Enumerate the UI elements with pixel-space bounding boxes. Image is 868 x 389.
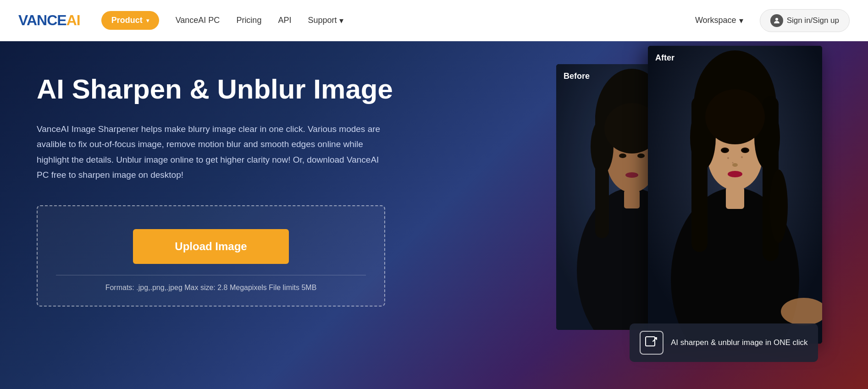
sign-in-label: Sign in/Sign up — [787, 16, 839, 25]
svg-point-24 — [705, 89, 765, 144]
vanceai-pc-link[interactable]: VanceAI PC — [176, 16, 220, 25]
upload-formats-text: Formats: .jpg,.png,.jpeg Max size: 2.8 M… — [105, 284, 317, 292]
logo-ai: AI — [66, 12, 80, 29]
user-icon — [770, 14, 783, 27]
after-image-placeholder — [648, 46, 822, 344]
navbar: VANCE AI Product ▾ VanceAI PC Pricing AP… — [0, 0, 868, 41]
hero-description: VanceAI Image Sharpener helps make blurr… — [37, 121, 385, 182]
svg-point-30 — [728, 171, 742, 177]
ai-badge: AI sharpen & unblur image in ONE click — [630, 323, 818, 362]
svg-point-27 — [723, 148, 727, 152]
pricing-link[interactable]: Pricing — [236, 16, 261, 25]
support-link[interactable]: Support ▾ — [308, 16, 343, 26]
product-label: Product — [111, 16, 143, 25]
api-link[interactable]: API — [278, 16, 291, 25]
hero-left: AI Sharpen & Unblur Image VanceAI Image … — [37, 69, 413, 307]
svg-rect-34 — [726, 187, 744, 209]
svg-point-20 — [769, 170, 788, 243]
svg-point-28 — [743, 148, 747, 152]
after-image-card: After — [648, 46, 822, 344]
ai-badge-text: AI sharpen & unblur image in ONE click — [671, 338, 808, 348]
chevron-down-icon: ▾ — [339, 16, 343, 26]
logo: VANCE AI — [18, 12, 80, 29]
upload-image-button[interactable]: Upload Image — [133, 229, 289, 264]
before-label: Before — [564, 71, 590, 81]
hero-title: AI Sharpen & Unblur Image — [37, 73, 413, 105]
upload-divider — [56, 275, 366, 275]
upload-zone: Upload Image Formats: .jpg,.png,.jpeg Ma… — [37, 205, 385, 307]
after-label: After — [655, 53, 674, 63]
hero-right: Before — [547, 41, 868, 389]
workspace-link[interactable]: Workspace ▾ — [695, 16, 743, 26]
ai-sharpen-icon — [640, 331, 663, 355]
svg-point-0 — [775, 18, 778, 21]
svg-point-32 — [741, 156, 743, 158]
sign-in-button[interactable]: Sign in/Sign up — [760, 9, 850, 32]
svg-point-31 — [727, 157, 729, 159]
product-menu-button[interactable]: Product ▾ — [101, 11, 159, 30]
chevron-down-icon: ▾ — [146, 17, 149, 24]
hero-section: AI Sharpen & Unblur Image VanceAI Image … — [0, 41, 868, 389]
logo-vance: VANCE — [18, 12, 66, 29]
chevron-down-icon: ▾ — [739, 16, 743, 26]
svg-point-29 — [732, 163, 738, 167]
svg-point-33 — [732, 162, 734, 164]
